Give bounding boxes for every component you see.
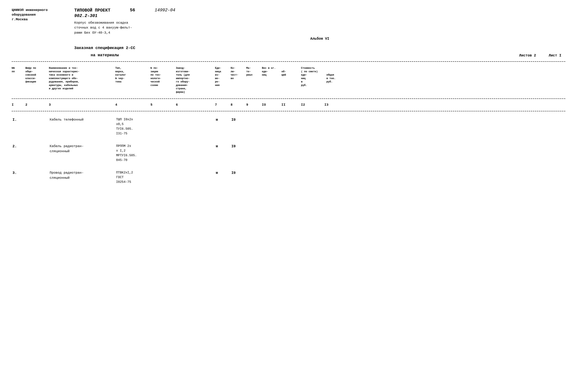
cell-qty-2: I0 [231,144,246,163]
cell-pos-1 [150,117,176,136]
doc-number: 902.2-301 [74,13,110,18]
cell-unit-3: м [215,170,231,184]
header-area: ЦНИИЗП инженерного оборудования г.Москва… [12,8,565,57]
column-headers: №№ пп Шифр по обще- союзной класси- фика… [12,65,565,95]
cell-type-2: ПРППМ 2x x I,2 МРТУI6.505. 045-70 [115,144,150,163]
sheet-num: 56 [130,8,135,13]
cell-w1-2 [262,144,282,163]
cell-pos-3 [150,170,176,184]
cell-type-1: ТШП I0x2x x0,5 ТУI6.505. I31-75 [115,117,150,136]
cell-mat-1 [246,117,262,136]
cell-name-3: Провод радиотран- сляционный [49,170,115,184]
col-header-mat: Ма- те- риал [246,66,262,94]
data-rows: I. Кабель телефонный ТШП I0x2x x0,5 ТУI6… [12,115,565,186]
cell-qty-1: I0 [231,117,246,136]
col-header-pos: № по- зиции по тех- нологи- ческой схеме [150,66,176,94]
table-row: I. Кабель телефонный ТШП I0x2x x0,5 ТУI6… [12,115,565,138]
col-number-row: I 2 3 4 5 6 7 8 9 IO II I2 I3 [12,102,565,107]
cell-w2-2 [282,144,301,163]
col-header-qty: Ко- ли- чест- во [231,66,246,94]
col-header-unit: Еди- ница из- ме- ре- ния [215,66,231,94]
cell-price2-1 [325,117,354,136]
doc-code: 14992-04 [155,8,175,13]
cell-code-3 [25,170,49,184]
cell-name-2: Кабель радиотран- сляционный [49,144,115,163]
doc-type: ТИПОВОЙ ПРОЕКТ [74,8,110,13]
org-block: ЦНИИЗП инженерного оборудования г.Москва [12,8,67,22]
col-header-mfg: Завод- изготови- тель (для импортно- го … [176,66,215,94]
cell-price1-2 [301,144,325,163]
page-container: ЦНИИЗП инженерного оборудования г.Москва… [12,8,565,186]
col-header-name: Наименование и тех- ническая характерис-… [49,66,115,94]
col-header-type: Тип, марка, каталог № чер- тежа [115,66,150,94]
sheets-label: Листов 2 [519,54,536,57]
col-header-num: №№ пп [12,66,25,94]
title-block: ТИПОВОЙ ПРОЕКТ 902.2-301 56 14992-04 Кор… [67,8,565,57]
cell-qty-3: I0 [231,170,246,184]
table-row: 2. Кабель радиотран- сляционный ПРППМ 2x… [12,142,565,164]
cell-price1-1 [301,117,325,136]
table-row: 3. Провод радиотран- сляционный ПТВК2хI,… [12,168,565,186]
org-line3: г.Москва [12,17,67,22]
cell-mfg-1 [176,117,215,136]
org-line1: ЦНИИЗП инженерного [12,8,67,12]
spec-title-line2: на материалы [74,53,135,57]
album-label: Альбом VI [74,37,565,41]
top-separator [12,61,565,62]
sheet-label: Лист I [549,54,561,57]
spec-title-block: Заказная спецификация 2-СС на материалы [74,43,135,57]
doc-type-block: ТИПОВОЙ ПРОЕКТ 902.2-301 [74,8,110,18]
cell-num-2: 2. [12,144,25,163]
cell-num-3: 3. [12,170,25,184]
cell-num-1: I. [12,117,25,136]
col-header-cost: Стоимость( по смете) еди- ниц в руб. общ… [301,66,354,94]
cell-price1-3 [301,170,325,184]
cell-pos-2 [150,144,176,163]
cell-type-3: ПТВК2хI,2 ГОСТ I0254-75 [115,170,150,184]
cell-mat-3 [246,170,262,184]
cell-code-1 [25,117,49,136]
spec-title-line1: Заказная спецификация 2-СС [74,46,135,50]
cell-name-1: Кабель телефонный [49,117,115,136]
cell-unit-2: м [215,144,231,163]
cell-price2-2 [325,144,354,163]
col-header-weight: Вес в кг. еди- ниц об- щий [262,66,301,94]
cell-mfg-2 [176,144,215,163]
cell-w2-1 [282,117,301,136]
desc-line1: Корпус обезвоживания осадка [74,20,565,25]
cell-w1-3 [262,170,282,184]
title-description: Корпус обезвоживания осадка сточных вод … [74,20,565,35]
cell-code-2 [25,144,49,163]
org-line2: оборудования [12,12,67,17]
sheets-info: Листов 2 Лист I [519,54,565,57]
cell-unit-1: м [215,117,231,136]
cell-w1-1 [262,117,282,136]
cell-mfg-3 [176,170,215,184]
title-main-row: ТИПОВОЙ ПРОЕКТ 902.2-301 56 14992-04 [74,8,565,18]
cell-price2-3 [325,170,354,184]
desc-line2: сточных вод с 4 вакуум-фильт- [74,25,565,30]
desc-line3: рами Бех ОУ-40-3,4 [74,30,565,35]
col-header-code: Шифр по обще- союзной класси- фикации [25,66,49,94]
cell-mat-2 [246,144,262,163]
header-separator [12,98,565,99]
col-nums-separator [12,111,565,111]
cell-w2-3 [282,170,301,184]
